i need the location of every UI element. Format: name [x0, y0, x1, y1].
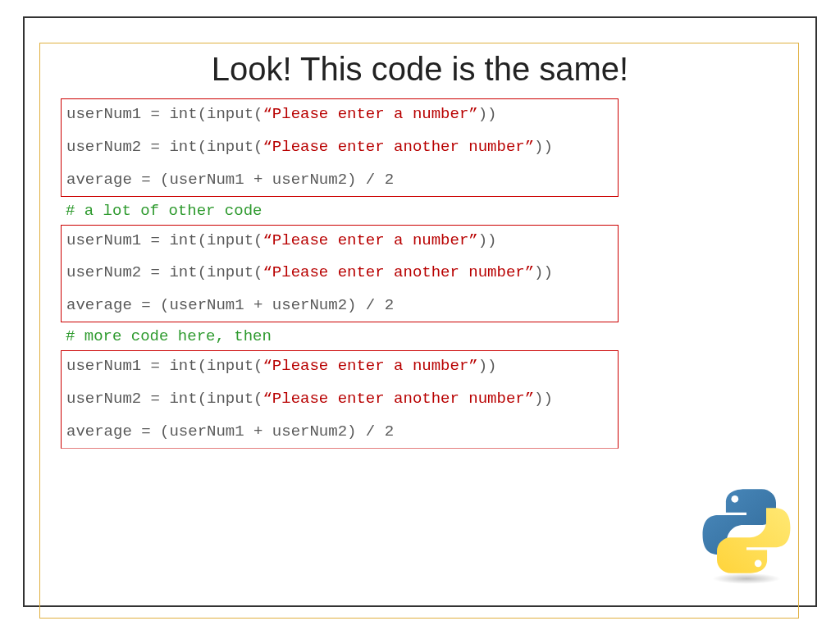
svg-point-0 — [713, 573, 781, 584]
code-line: userNum1 = int(input(“Please enter a num… — [66, 358, 613, 376]
code-line: userNum2 = int(input(“Please enter anoth… — [66, 390, 613, 409]
code-comment-1: # a lot of other code — [61, 197, 619, 225]
code-line: userNum2 = int(input(“Please enter anoth… — [66, 139, 613, 157]
code-comment-2: # more code here, then — [61, 322, 619, 350]
code-line: userNum1 = int(input(“Please enter a num… — [66, 106, 613, 124]
code-line: average = (userNum1 + userNum2) / 2 — [66, 171, 613, 189]
svg-point-1 — [731, 495, 738, 503]
code-line: average = (userNum1 + userNum2) / 2 — [66, 297, 613, 315]
code-block-2: userNum1 = int(input(“Please enter a num… — [61, 225, 619, 323]
code-line: userNum2 = int(input(“Please enter anoth… — [66, 264, 613, 282]
code-line: average = (userNum1 + userNum2) / 2 — [66, 423, 613, 441]
python-logo-icon — [697, 482, 796, 589]
code-block-1: userNum1 = int(input(“Please enter a num… — [61, 98, 619, 197]
code-block-3: userNum1 = int(input(“Please enter a num… — [61, 350, 619, 449]
code-line: userNum1 = int(input(“Please enter a num… — [66, 232, 613, 250]
svg-point-2 — [755, 559, 762, 567]
slide-title: Look! This code is the same! — [0, 51, 840, 88]
slide-content: userNum1 = int(input(“Please enter a num… — [61, 98, 619, 449]
